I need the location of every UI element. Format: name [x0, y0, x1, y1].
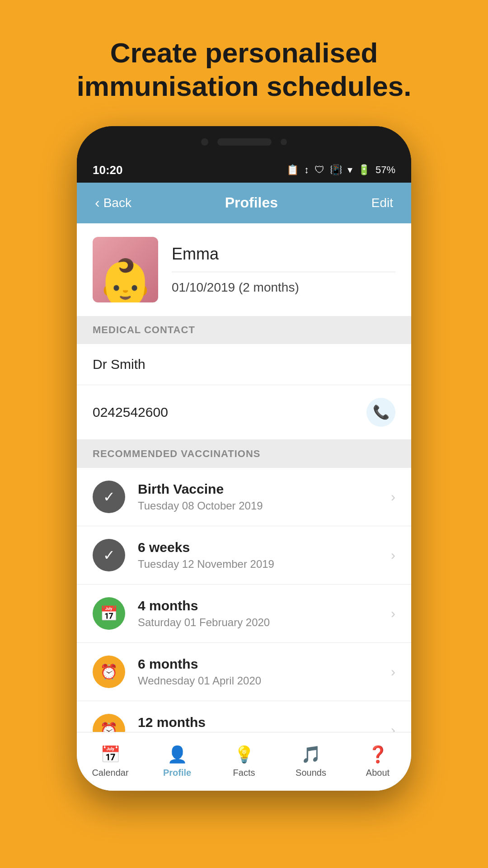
profile-card: 👶 Emma 01/10/2019 (2 months) [77, 223, 411, 316]
vax-title-4months: 4 months [138, 598, 378, 613]
vax-icon-6months: ⏰ [93, 656, 125, 688]
facts-icon: 💡 [234, 745, 254, 764]
vax-title-6months: 6 months [138, 656, 378, 672]
back-label[interactable]: Back [103, 196, 131, 210]
vax-info-12months: 12 months Thursday 01 October 2020 [138, 715, 378, 732]
status-bar: 10:20 📋 ↕ 🛡 📳 ▾ 🔋 57% [77, 158, 411, 183]
front-camera [201, 138, 208, 146]
camera-dot [281, 139, 287, 145]
phone-icon: 📞 [373, 404, 389, 420]
vax-chevron-4months: › [391, 606, 395, 621]
vax-info-6months: 6 months Wednesday 01 April 2020 [138, 656, 378, 687]
status-icons: 📋 ↕ 🛡 📳 ▾ 🔋 57% [286, 164, 395, 176]
status-time: 10:20 [93, 163, 123, 177]
back-button[interactable]: ‹ Back [95, 194, 131, 211]
profile-info: Emma 01/10/2019 (2 months) [172, 245, 395, 295]
vax-title-12months: 12 months [138, 715, 378, 730]
vax-item-6weeks[interactable]: ✓ 6 weeks Tuesday 12 November 2019 › [77, 526, 411, 585]
battery-percent: 57% [375, 164, 395, 176]
vax-title-6weeks: 6 weeks [138, 540, 378, 555]
doctor-name-item: Dr Smith [77, 344, 411, 385]
tab-calendar[interactable]: 📅 Calendar [77, 732, 144, 791]
profile-icon: 👤 [167, 745, 188, 764]
phone-number-item[interactable]: 0242542600 📞 [77, 385, 411, 440]
vaccinations-header: RECOMMENDED VACCINATIONS [77, 440, 411, 468]
call-button[interactable]: 📞 [366, 398, 395, 427]
vax-item-birth[interactable]: ✓ Birth Vaccine Tuesday 08 October 2019 … [77, 468, 411, 526]
vax-info-4months: 4 months Saturday 01 February 2020 [138, 598, 378, 629]
vax-title-birth: Birth Vaccine [138, 481, 378, 497]
medical-contact-header: MEDICAL CONTACT [77, 316, 411, 344]
doctor-name: Dr Smith [93, 357, 395, 372]
vax-info-6weeks: 6 weeks Tuesday 12 November 2019 [138, 540, 378, 571]
tab-calendar-label: Calendar [92, 768, 128, 778]
vax-item-12months[interactable]: ⏰ 12 months Thursday 01 October 2020 › [77, 701, 411, 732]
phone-number: 0242542600 [93, 405, 366, 420]
tab-about[interactable]: ❓ About [344, 732, 411, 791]
edit-button[interactable]: Edit [371, 196, 393, 210]
phone-frame: 10:20 📋 ↕ 🛡 📳 ▾ 🔋 57% ‹ Back Profiles Ed… [77, 126, 411, 791]
wifi-icon: ▾ [347, 164, 352, 176]
vax-chevron-6weeks: › [391, 547, 395, 563]
vax-chevron-12months: › [391, 722, 395, 732]
tab-facts[interactable]: 💡 Facts [211, 732, 277, 791]
tab-bar: 📅 Calendar 👤 Profile 💡 Facts 🎵 Sounds ❓ … [77, 732, 411, 791]
vax-date-birth: Tuesday 08 October 2019 [138, 500, 378, 512]
about-icon: ❓ [368, 745, 388, 764]
tab-profile-label: Profile [163, 768, 191, 778]
tab-sounds-label: Sounds [296, 768, 326, 778]
avatar: 👶 [93, 237, 158, 302]
tab-profile[interactable]: 👤 Profile [144, 732, 211, 791]
vibrate-icon: 📳 [330, 164, 342, 176]
battery-icon: 🔋 [358, 164, 370, 176]
profile-dob: 01/10/2019 (2 months) [172, 280, 395, 295]
profile-name: Emma [172, 245, 395, 272]
hero-heading: Create personalised immunisation schedul… [0, 0, 488, 126]
calendar-icon: 📅 [100, 745, 121, 764]
vax-chevron-birth: › [391, 489, 395, 505]
back-chevron-icon: ‹ [95, 194, 100, 211]
vax-chevron-6months: › [391, 664, 395, 679]
app-content: ‹ Back Profiles Edit 👶 Emma 01/10/2019 (… [77, 183, 411, 791]
speaker-grille [217, 138, 272, 146]
vax-date-4months: Saturday 01 February 2020 [138, 616, 378, 629]
phone-camera-area [77, 126, 411, 158]
tab-facts-label: Facts [233, 768, 255, 778]
scroll-content: 👶 Emma 01/10/2019 (2 months) MEDICAL CON… [77, 223, 411, 732]
vax-icon-4months: 📅 [93, 597, 125, 630]
vax-date-6months: Wednesday 01 April 2020 [138, 675, 378, 687]
tab-sounds[interactable]: 🎵 Sounds [277, 732, 344, 791]
vax-icon-6weeks: ✓ [93, 539, 125, 571]
nav-bar: ‹ Back Profiles Edit [77, 183, 411, 223]
vax-item-6months[interactable]: ⏰ 6 months Wednesday 01 April 2020 › [77, 643, 411, 701]
sounds-icon: 🎵 [301, 745, 321, 764]
vpn-icon: 🛡 [314, 164, 324, 176]
vax-date-6weeks: Tuesday 12 November 2019 [138, 558, 378, 571]
vax-info-birth: Birth Vaccine Tuesday 08 October 2019 [138, 481, 378, 512]
sync-icon: ↕ [304, 164, 309, 176]
nav-title: Profiles [225, 194, 278, 211]
vax-icon-birth: ✓ [93, 481, 125, 513]
vax-icon-12months: ⏰ [93, 714, 125, 732]
notification-icon: 📋 [286, 164, 299, 176]
tab-about-label: About [366, 768, 389, 778]
vax-item-4months[interactable]: 📅 4 months Saturday 01 February 2020 › [77, 585, 411, 643]
